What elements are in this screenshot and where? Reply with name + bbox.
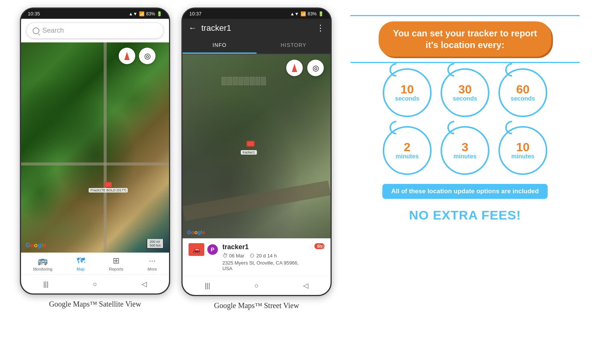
android-nav: ||| ○ ◁ bbox=[21, 274, 169, 293]
info-headline: You can set your tracker to report it's … bbox=[379, 21, 551, 57]
google-logo-2: Google bbox=[187, 229, 205, 235]
phone1-caption: Google Maps™ Satellite View bbox=[49, 300, 141, 308]
nav-more[interactable]: ··· More bbox=[148, 256, 157, 271]
street-map[interactable]: tracker1 ◎ Google bbox=[183, 54, 331, 238]
android-nav-2: ||| ○ ◁ bbox=[183, 276, 331, 295]
tab-info[interactable]: INFO bbox=[183, 38, 257, 54]
parking-space bbox=[233, 77, 238, 85]
reports-label: Reports bbox=[109, 267, 124, 271]
circle-30sec-unit: seconds bbox=[453, 95, 477, 102]
timer-icon: ⏲ bbox=[249, 253, 255, 259]
circle-2min-unit: minutes bbox=[396, 153, 418, 160]
circle-10min-number: 10 bbox=[516, 141, 530, 153]
road-v1 bbox=[104, 42, 107, 253]
signal-icon: ▲▼ bbox=[128, 11, 137, 17]
compass-button[interactable] bbox=[119, 48, 135, 64]
divider-mid bbox=[350, 62, 580, 63]
search-bar[interactable]: Search bbox=[21, 19, 169, 42]
p2-battery-icon: 🔋 bbox=[318, 11, 324, 17]
circle-10min-unit: minutes bbox=[511, 153, 534, 160]
nav-monitoring[interactable]: 🚌 Monitoring bbox=[33, 256, 52, 271]
scale-text: 200 mi bbox=[149, 240, 161, 244]
tracker-address: 2325 Myers St, Oroville, CA 95966, USA bbox=[222, 260, 310, 271]
monitoring-icon: 🚌 bbox=[38, 256, 48, 266]
android-home[interactable]: ○ bbox=[86, 278, 105, 290]
circles-row-2: 2 minutes 3 minutes 10 minutes bbox=[383, 126, 547, 175]
bottom-nav: 🚌 Monitoring 🗺 Map ⊞ Reports ··· More bbox=[21, 253, 169, 274]
meta-date: ⏱ 06 Mar bbox=[222, 253, 244, 259]
divider-top bbox=[350, 15, 580, 16]
tracker-icon-row: 🚗 P bbox=[189, 243, 218, 256]
reports-icon: ⊞ bbox=[113, 256, 119, 266]
map-icon: 🗺 bbox=[77, 256, 85, 266]
circle-30sec: 30 seconds bbox=[441, 68, 489, 117]
tracker-pin: iTrack1TE BOLD (0177) bbox=[89, 182, 128, 193]
more-label: More bbox=[148, 267, 157, 271]
tracker-tabs: INFO HISTORY bbox=[183, 38, 331, 54]
phone2-time: 10:37 bbox=[189, 11, 202, 17]
parking-space bbox=[222, 77, 226, 85]
parking-space bbox=[261, 77, 266, 85]
compass-needle bbox=[124, 52, 130, 60]
nav-map[interactable]: 🗺 Map bbox=[77, 256, 85, 271]
more-icon: ··· bbox=[149, 256, 156, 266]
badge-area: ∧ 5h bbox=[314, 243, 325, 249]
wifi-icon: 📶 bbox=[139, 11, 145, 17]
no-extra-fees: NO EXTRA FEES! bbox=[409, 208, 521, 223]
search-icon bbox=[33, 27, 39, 34]
tracker-header-title: tracker1 bbox=[201, 23, 312, 33]
infographic: You can set your tracker to report it's … bbox=[343, 8, 587, 234]
nav-reports[interactable]: ⊞ Reports bbox=[109, 256, 124, 271]
circle-2min-number: 2 bbox=[404, 141, 411, 153]
compass-button-2[interactable] bbox=[286, 60, 303, 76]
location-icon: ◎ bbox=[144, 51, 151, 60]
circle-10min: 10 minutes bbox=[498, 126, 547, 175]
circle-60sec-unit: seconds bbox=[511, 95, 535, 102]
more-menu-button[interactable]: ⋮ bbox=[316, 23, 325, 33]
phone2-wrapper: 10:37 ▲▼ 📶 83% 🔋 ← tracker1 ⋮ INFO HISTO… bbox=[181, 8, 332, 310]
circle-3min-unit: minutes bbox=[453, 153, 476, 160]
google-logo: Google bbox=[26, 242, 46, 249]
meta-duration: ⏲ 20 d 14 h bbox=[249, 253, 276, 259]
tracker-info-text: tracker1 ⏱ 06 Mar ⏲ 20 d 14 h 2325 Myers… bbox=[222, 243, 310, 271]
battery-icon: 🔋 bbox=[157, 11, 162, 17]
circle-60sec-number: 60 bbox=[516, 83, 530, 95]
android-back[interactable]: ||| bbox=[36, 278, 56, 290]
location-icon-2: ◎ bbox=[313, 63, 319, 72]
search-placeholder: Search bbox=[42, 27, 64, 35]
search-box[interactable]: Search bbox=[26, 23, 164, 39]
chevron-up-icon[interactable]: ∧ bbox=[320, 242, 325, 251]
parking-space bbox=[239, 77, 243, 85]
location-button-2[interactable]: ◎ bbox=[307, 60, 324, 76]
circle-10sec: 10 seconds bbox=[383, 68, 432, 117]
tracker-meta: ⏱ 06 Mar ⏲ 20 d 14 h bbox=[222, 253, 310, 259]
circle-3min: 3 minutes bbox=[441, 126, 489, 175]
circle-10sec-unit: seconds bbox=[395, 95, 420, 102]
scale-text-km: 500 km bbox=[149, 244, 161, 247]
android2-back[interactable]: ||| bbox=[197, 280, 217, 292]
back-button[interactable]: ← bbox=[189, 23, 197, 33]
android2-home[interactable]: ○ bbox=[247, 280, 266, 292]
clock-icon: ⏱ bbox=[222, 253, 228, 259]
location-button[interactable]: ◎ bbox=[139, 48, 156, 64]
tab-history[interactable]: HISTORY bbox=[257, 38, 331, 54]
android2-recent[interactable]: ◁ bbox=[296, 279, 316, 292]
p2-signal-icon: ▲▼ bbox=[290, 11, 299, 17]
phone2-screen: 10:37 ▲▼ 📶 83% 🔋 ← tracker1 ⋮ INFO HISTO… bbox=[181, 8, 332, 296]
road-h1 bbox=[21, 162, 169, 165]
tracker-map-label: tracker1 bbox=[241, 150, 257, 155]
tracker-car-pin bbox=[246, 141, 255, 147]
monitoring-label: Monitoring bbox=[33, 267, 52, 271]
truck-icon: 🚗 bbox=[189, 243, 204, 256]
phone2-caption: Google Maps™ Street View bbox=[214, 301, 299, 310]
tracker-icon bbox=[104, 182, 112, 187]
satellite-map[interactable]: ◎ iTrack1TE BOLD (0177) Google 200 mi 50… bbox=[21, 42, 169, 253]
battery-text: 83% bbox=[146, 11, 155, 17]
phone1-wrapper: 10:35 ▲▼ 📶 83% 🔋 Search bbox=[20, 8, 170, 308]
android-recent[interactable]: ◁ bbox=[134, 278, 154, 290]
car-icon bbox=[246, 141, 255, 147]
phone2-status-icons: ▲▼ 📶 83% 🔋 bbox=[290, 11, 324, 17]
circle-3min-number: 3 bbox=[462, 141, 468, 153]
no-fees-banner: All of these location update options are… bbox=[382, 184, 548, 199]
circle-30sec-number: 30 bbox=[458, 83, 472, 95]
